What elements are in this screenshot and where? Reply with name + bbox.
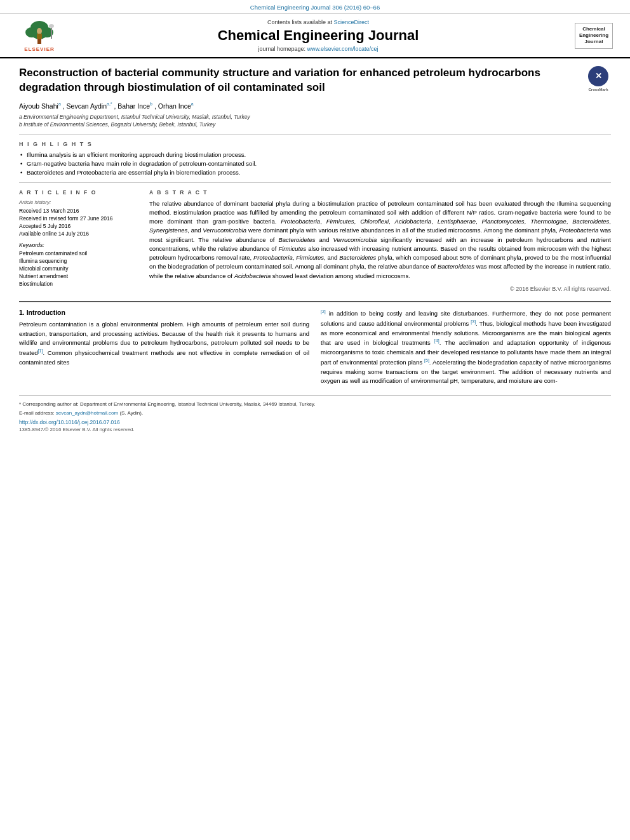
article-title-container: Reconstruction of bacterial community st…: [19, 66, 611, 95]
author4-name: , Orhan Ince: [154, 102, 191, 110]
page: Chemical Engineering Journal 306 (2016) …: [0, 0, 630, 440]
journal-header: ELSEVIER Contents lists available at Sci…: [0, 14, 630, 58]
issn-text: 1385-8947/© 2016 Elsevier B.V. All right…: [19, 427, 611, 432]
crossmark-label: CrossMark: [586, 87, 611, 92]
author3-super: b: [150, 102, 152, 106]
science-direct-link[interactable]: ScienceDirect: [334, 19, 370, 25]
affiliation-b: b Institute of Environmental Sciences, B…: [19, 121, 611, 128]
ref4[interactable]: [4]: [434, 338, 439, 343]
email-address[interactable]: sevcan_aydn@hotmail.com: [56, 410, 118, 416]
divider2: [19, 182, 611, 183]
intro-para-right: [2] in addition to being costly and leav…: [321, 309, 611, 386]
body-col-right: [2] in addition to being costly and leav…: [321, 309, 611, 386]
science-direct-line: Contents lists available at ScienceDirec…: [267, 19, 369, 25]
journal-header-left: ELSEVIER: [8, 19, 71, 52]
keyword-4: Nutrient amendment: [19, 273, 137, 279]
author2-super: a,*: [107, 102, 112, 106]
crossmark-badge: ✕ CrossMark: [586, 66, 611, 92]
ref5[interactable]: [5]: [424, 358, 429, 363]
svg-point-9: [49, 24, 54, 28]
article-info-abstract: A R T I C L E I N F O Article history: R…: [19, 189, 611, 292]
crossmark-circle: ✕: [588, 66, 608, 86]
body-col-left: 1. Introduction Petroleum contamination …: [19, 309, 309, 386]
footer-section: * Corresponding author at: Department of…: [19, 395, 611, 432]
article-title-text: Reconstruction of bacterial community st…: [19, 67, 540, 93]
homepage-url[interactable]: www.elsevier.com/locate/cej: [307, 46, 379, 52]
keyword-5: Biostimulation: [19, 281, 137, 287]
highlight-item-1: Illumina analysis is an efficient monito…: [19, 151, 611, 158]
svg-point-6: [37, 28, 42, 34]
keyword-3: Microbial community: [19, 265, 137, 272]
author3-name: , Bahar Ince: [114, 102, 150, 110]
journal-header-right: ChemicalEngineeringJournal: [565, 19, 622, 52]
article-info-col: A R T I C L E I N F O Article history: R…: [19, 189, 137, 292]
intro-title: 1. Introduction: [19, 309, 309, 316]
elsevier-logo-tree: [20, 20, 58, 45]
ref3[interactable]: [3]: [471, 319, 476, 324]
article-info-header: A R T I C L E I N F O: [19, 189, 137, 196]
article-content: Reconstruction of bacterial community st…: [0, 58, 630, 439]
highlight-item-3: Bacteroidetes and Proteobacteria are ess…: [19, 169, 611, 176]
journal-citation: Chemical Engineering Journal 306 (2016) …: [250, 4, 380, 11]
journal-header-center: Contents lists available at ScienceDirec…: [77, 19, 559, 52]
intro-para1: Petroleum contamination is a global envi…: [19, 320, 309, 368]
journal-homepage: journal homepage: www.elsevier.com/locat…: [258, 46, 378, 52]
elsevier-brand: ELSEVIER: [24, 46, 55, 52]
journal-top-bar: Chemical Engineering Journal 306 (2016) …: [0, 0, 630, 14]
article-history-label: Article history:: [19, 199, 137, 205]
highlights-section: H I G H L I G H T S Illumina analysis is…: [19, 141, 611, 176]
author1-name: Aiyoub Shahi: [19, 102, 58, 110]
svg-rect-7: [37, 34, 42, 39]
date-received: Received 13 March 2016: [19, 208, 137, 214]
body-two-col: 1. Introduction Petroleum contamination …: [19, 309, 611, 386]
authors-line: Aiyoub Shahia , Sevcan Aydina,* , Bahar …: [19, 102, 611, 110]
affiliation-a: a Environmental Engineering Department, …: [19, 114, 611, 120]
author4-super: a: [191, 102, 194, 106]
date-accepted: Accepted 5 July 2016: [19, 223, 137, 229]
highlight-item-2: Gram-negative bacteria have main role in…: [19, 160, 611, 167]
doi-link[interactable]: http://dx.doi.org/10.1016/j.cej.2016.07.…: [19, 419, 611, 425]
divider1: [19, 134, 611, 135]
author1-super: a: [58, 102, 61, 106]
journal-badge: ChemicalEngineeringJournal: [575, 23, 613, 49]
abstract-text: The relative abundance of dominant bacte…: [149, 199, 611, 281]
journal-title: Chemical Engineering Journal: [218, 28, 419, 43]
crossmark-icon: ✕: [595, 70, 602, 82]
author2-name: , Sevcan Aydin: [63, 102, 107, 110]
date-revised: Received in revised form 27 June 2016: [19, 215, 137, 222]
ref2[interactable]: [2]: [321, 309, 326, 314]
abstract-header: A B S T R A C T: [149, 189, 611, 196]
abstract-col: A B S T R A C T The relative abundance o…: [149, 189, 611, 292]
copyright-line: © 2016 Elsevier B.V. All rights reserved…: [149, 286, 611, 292]
keyword-1: Petroleum contaminated soil: [19, 250, 137, 257]
footnote-star: * Corresponding author at: Department of…: [19, 401, 611, 408]
body-section: 1. Introduction Petroleum contamination …: [19, 301, 611, 432]
date-online: Available online 14 July 2016: [19, 230, 137, 237]
keyword-2: Illumina sequencing: [19, 258, 137, 264]
keywords-label: Keywords:: [19, 242, 137, 248]
highlights-title: H I G H L I G H T S: [19, 141, 611, 147]
footnote-email: E-mail address: sevcan_aydn@hotmail.com …: [19, 410, 611, 417]
